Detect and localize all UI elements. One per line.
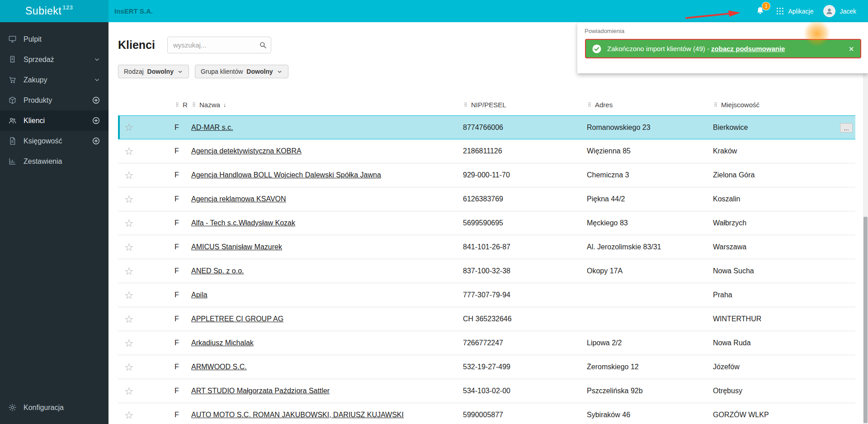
favorite-star-icon[interactable]: ☆ <box>124 265 134 277</box>
cell-type: F <box>168 163 191 187</box>
sidebar-item-label: Księgowość <box>24 137 62 145</box>
sidebar-nav: PulpitSprzedażZakupyProduktyKlienciKsięg… <box>0 22 108 172</box>
cell-type: F <box>168 379 191 403</box>
table-row[interactable]: ☆FAlfa - Tech s.c.Władysław Kozak5699590… <box>118 211 855 235</box>
favorite-star-icon[interactable]: ☆ <box>124 361 134 373</box>
cell-address: Więzienna 85 <box>587 139 713 163</box>
table-row[interactable]: ☆FAMICUS Stanisław Mazurek841-101-26-87A… <box>118 235 855 259</box>
favorite-star-icon[interactable]: ☆ <box>124 217 134 229</box>
search-box <box>167 37 271 53</box>
client-name-link[interactable]: AUTO MOTO S.C. ROMAN JAKUBOWSKI, DARIUSZ… <box>191 411 404 419</box>
cell-address: Żeromskiego 12 <box>587 355 713 379</box>
column-header-miejscowosc[interactable]: Miejscowość <box>713 94 855 115</box>
table-row[interactable]: ☆FARMWOOD S.C.532-19-27-499Żeromskiego 1… <box>118 355 855 379</box>
column-header-nip-pesel[interactable]: NIP/PESEL <box>463 94 587 115</box>
sidebar-item-ksiegowosc[interactable]: Księgowość <box>0 131 108 151</box>
table-row[interactable]: ☆FAgencja detektywistyczna KOBRA21868111… <box>118 139 855 163</box>
company-name: InsERT S.A. <box>114 7 153 15</box>
filter-grupa-klientow[interactable]: Grupa klientówDowolny <box>195 65 288 78</box>
sidebar-item-sprzedaz[interactable]: Sprzedaż <box>0 49 108 70</box>
cell-address: Piękna 44/2 <box>587 187 713 211</box>
favorite-star-icon[interactable]: ☆ <box>124 193 134 205</box>
app-logo[interactable]: Subiekt123 <box>0 0 108 22</box>
sidebar-item-pulpit[interactable]: Pulpit <box>0 29 108 49</box>
table-row[interactable]: ☆FAgencja reklamowa KSAVON6126383769Pięk… <box>118 187 855 211</box>
client-name-link[interactable]: Agencja detektywistyczna KOBRA <box>191 147 302 155</box>
sidebar-item-klienci[interactable]: Klienci <box>0 110 108 131</box>
client-name-link[interactable]: Apila <box>191 291 208 299</box>
sidebar-item-zakupy[interactable]: Zakupy <box>0 70 108 90</box>
client-name-link[interactable]: AD-MAR s.c. <box>191 124 233 131</box>
scrollbar-thumb[interactable] <box>863 217 868 423</box>
column-header-r[interactable]: R <box>168 94 191 115</box>
client-name-link[interactable]: AMICUS Stanisław Mazurek <box>191 243 282 251</box>
search-icon[interactable] <box>259 41 267 49</box>
table-row[interactable]: ☆FART STUDIO Małgorzata Paździora Sattle… <box>118 379 855 403</box>
favorite-star-icon[interactable]: ☆ <box>124 145 134 157</box>
sidebar-item-zestawienia[interactable]: Zestawienia <box>0 151 108 172</box>
purchases-icon <box>8 76 17 84</box>
cell-city: WINTERTHUR <box>713 307 855 331</box>
table-row[interactable]: ☆FAD-MAR s.c.8774766006Romanowskiego 23B… <box>118 115 855 139</box>
notifications-bell-button[interactable]: 1 <box>755 6 766 17</box>
chevron-down-icon <box>94 56 100 63</box>
apps-menu-button[interactable]: Aplikacje <box>776 7 813 15</box>
drag-handle-icon[interactable] <box>713 101 718 108</box>
products-icon <box>8 96 17 105</box>
favorite-star-icon[interactable]: ☆ <box>124 289 134 301</box>
table-row[interactable]: ☆FAPPLETREE CI GROUP AGCH 365232646WINTE… <box>118 307 855 331</box>
drag-handle-icon[interactable] <box>463 101 468 108</box>
sidebar-item-produkty[interactable]: Produkty <box>0 90 108 110</box>
favorite-star-icon[interactable]: ☆ <box>124 337 134 349</box>
client-name-link[interactable]: ART STUDIO Małgorzata Paździora Sattler <box>191 387 330 395</box>
client-name-link[interactable]: APPLETREE CI GROUP AG <box>191 315 283 323</box>
cell-city: Nowa Ruda <box>713 331 855 355</box>
table-row[interactable]: ☆FArkadiusz Michalak7266772247Lipowa 2/2… <box>118 331 855 355</box>
topbar: Subiekt123 InsERT S.A. 1 Aplikacje Jacek <box>0 0 868 22</box>
drag-handle-icon[interactable] <box>175 101 180 108</box>
cell-city: Józefów <box>713 355 855 379</box>
client-name-link[interactable]: Agencja Handlowa BOLL Wojciech Dalewski … <box>191 171 381 179</box>
row-actions-button[interactable]: ... <box>840 123 853 133</box>
drag-handle-icon[interactable] <box>587 101 592 108</box>
toast-summary-link[interactable]: zobacz podsumowanie <box>711 45 785 52</box>
scrollbar[interactable] <box>863 22 868 424</box>
table-row[interactable]: ☆FAgencja Handlowa BOLL Wojciech Dalewsk… <box>118 163 855 187</box>
favorite-star-icon[interactable]: ☆ <box>124 313 134 325</box>
plus-circle-icon[interactable] <box>92 96 100 105</box>
column-label: Adres <box>595 101 613 109</box>
favorite-star-icon[interactable]: ☆ <box>124 169 134 181</box>
client-name-link[interactable]: Alfa - Tech s.c.Władysław Kozak <box>191 219 295 227</box>
toast-close-button[interactable]: × <box>848 44 855 53</box>
cell-city: Otrębusy <box>713 379 855 403</box>
cell-type: F <box>168 355 191 379</box>
cell-nip: 777-307-79-94 <box>463 283 587 307</box>
favorite-star-icon[interactable]: ☆ <box>124 409 134 421</box>
user-icon <box>825 7 834 15</box>
favorite-star-icon[interactable]: ☆ <box>124 121 134 133</box>
client-name-link[interactable]: Agencja reklamowa KSAVON <box>191 195 286 203</box>
cell-nip: 534-103-02-00 <box>463 379 587 403</box>
cell-address <box>587 283 713 307</box>
user-menu-button[interactable]: Jacek <box>823 5 856 17</box>
table-row[interactable]: ☆FApila777-307-79-94Praha <box>118 283 855 307</box>
client-name-link[interactable]: Arkadiusz Michalak <box>191 339 254 347</box>
favorite-star-icon[interactable]: ☆ <box>124 241 134 253</box>
sidebar-item-konfiguracja[interactable]: Konfiguracja <box>0 397 108 418</box>
table-row[interactable]: ☆FAUTO MOTO S.C. ROMAN JAKUBOWSKI, DARIU… <box>118 403 855 424</box>
cell-nip: 532-19-27-499 <box>463 355 587 379</box>
plus-circle-icon[interactable] <box>92 116 100 125</box>
favorite-star-icon[interactable]: ☆ <box>124 385 134 397</box>
cell-city: Praha <box>713 283 855 307</box>
drag-handle-icon[interactable] <box>191 101 197 108</box>
column-header-adres[interactable]: Adres <box>587 94 713 115</box>
filter-rodzaj[interactable]: RodzajDowolny <box>118 65 189 78</box>
search-input[interactable] <box>167 37 271 53</box>
table-row[interactable]: ☆FANED Sp. z o.o.837-100-32-38Okopy 17AN… <box>118 259 855 283</box>
client-name-link[interactable]: ARMWOOD S.C. <box>191 363 247 371</box>
accounting-icon <box>8 137 17 145</box>
plus-circle-icon[interactable] <box>92 137 100 145</box>
column-header-nazwa[interactable]: Nazwa↓ <box>191 94 463 115</box>
chevron-down-icon <box>94 76 100 83</box>
client-name-link[interactable]: ANED Sp. z o.o. <box>191 267 244 275</box>
